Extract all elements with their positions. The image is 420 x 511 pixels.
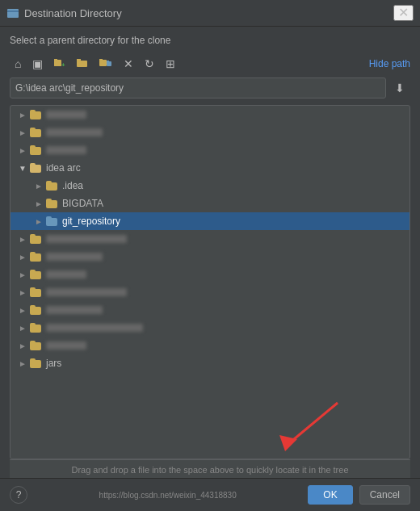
help-button[interactable]: ? [10, 486, 27, 504]
folder-icon [46, 181, 59, 191]
expand-arrow: ► [19, 306, 30, 315]
folder-icon [30, 305, 43, 315]
folder-icon [30, 128, 43, 137]
expand-arrow: ► [19, 235, 30, 244]
download-button[interactable]: ⬇ [389, 77, 410, 98]
folder-icon [30, 341, 43, 350]
expand-arrow: ► [19, 270, 30, 279]
hide-path-link[interactable]: Hide path [369, 58, 410, 69]
expand-arrow: ► [35, 182, 46, 191]
bottom-bar: ? https://blog.csdn.net/weixin_44318830 … [0, 478, 420, 511]
expand-arrow: ► [19, 146, 30, 155]
folder-icon [30, 270, 43, 279]
home-button[interactable]: ⌂ [10, 55, 26, 73]
expand-arrow: ► [19, 253, 30, 262]
svg-rect-0 [7, 9, 19, 18]
bottom-url: https://blog.csdn.net/weixin_44318830 [27, 491, 308, 500]
open-folder-button[interactable] [72, 54, 93, 73]
blurred-label [46, 288, 127, 296]
tree-row-idea[interactable]: ► .idea [10, 177, 410, 195]
svg-marker-4 [54, 59, 57, 61]
svg-rect-3 [54, 61, 61, 66]
tree-row-idea-arc[interactable]: ▼ idea arc [10, 159, 410, 177]
folder-icon [30, 145, 43, 155]
expand-arrow: ► [19, 324, 30, 333]
expand-arrow: ► [35, 199, 46, 208]
tree-row[interactable]: ► [10, 319, 410, 337]
svg-rect-1 [7, 10, 19, 12]
blurred-label [46, 341, 86, 350]
tree-row[interactable]: ► [10, 124, 410, 141]
file-tree[interactable]: ► ► ► ▼ idea arc ► [10, 105, 410, 459]
item-label: BIGDATA [62, 198, 103, 209]
expand-arrow: ► [19, 288, 30, 297]
window-title: Destination Directory [24, 7, 393, 19]
folder-icon [30, 358, 43, 368]
tree-row[interactable]: ► [10, 301, 410, 319]
expand-arrow: ► [19, 359, 30, 368]
tree-row-jars[interactable]: ► jars [10, 354, 410, 372]
blurred-label [46, 111, 86, 119]
title-bar: Destination Directory ✕ [0, 0, 420, 27]
blurred-label [46, 324, 143, 332]
folder2-button[interactable] [94, 54, 117, 73]
action-buttons: OK Cancel [308, 485, 410, 505]
tree-row[interactable]: ► [10, 248, 410, 266]
svg-marker-11 [107, 61, 109, 62]
folder-icon [30, 110, 43, 119]
dialog-body: Select a parent directory for the clone … [0, 27, 420, 478]
folder-icon [30, 252, 43, 262]
blurred-label [46, 146, 86, 154]
tree-row-bigdata[interactable]: ► BIGDATA [10, 195, 410, 212]
tree-row[interactable]: ► [10, 230, 410, 248]
desktop-button[interactable]: ▣ [27, 55, 48, 73]
expand-arrow: ► [19, 111, 30, 119]
drag-drop-hint: Drag and drop a file into the space abov… [10, 459, 410, 478]
expand-arrow: ► [35, 217, 46, 226]
blurred-label [46, 253, 103, 261]
tree-row[interactable]: ► [10, 283, 410, 301]
tree-row[interactable]: ► [10, 141, 410, 159]
expand-arrow: ▼ [19, 164, 30, 173]
delete-button[interactable]: ✕ [119, 55, 138, 73]
svg-text:+: + [61, 61, 65, 68]
tree-row-git-repository[interactable]: ► git_repository [10, 212, 410, 230]
item-label: .idea [62, 180, 83, 191]
folder-icon [30, 234, 43, 244]
path-input[interactable] [10, 77, 386, 98]
close-button[interactable]: ✕ [393, 5, 414, 21]
item-label: idea arc [46, 162, 81, 174]
folder-icon [46, 216, 59, 226]
ok-button[interactable]: OK [308, 485, 352, 505]
svg-marker-7 [77, 59, 81, 61]
svg-rect-8 [99, 60, 107, 66]
item-label: jars [46, 358, 61, 369]
tree-row[interactable]: ► [10, 106, 410, 124]
refresh-button[interactable]: ↻ [140, 55, 159, 73]
blurred-label [46, 128, 103, 136]
folder-icon [46, 199, 59, 208]
grid-button[interactable]: ⊞ [161, 55, 180, 73]
folder-icon [30, 163, 43, 173]
folder-icon [30, 323, 43, 333]
window-icon [6, 6, 19, 19]
expand-arrow: ► [19, 128, 30, 137]
new-folder-button[interactable]: + [49, 54, 70, 73]
svg-marker-9 [99, 59, 103, 61]
blurred-label [46, 235, 127, 243]
hint-area: Drag and drop a file into the space abov… [10, 459, 410, 478]
tree-row[interactable]: ► [10, 337, 410, 354]
expand-arrow: ► [19, 341, 30, 350]
tree-row[interactable]: ► [10, 266, 410, 283]
dialog-subtitle: Select a parent directory for the clone [10, 35, 410, 46]
folder-icon [30, 287, 43, 297]
cancel-button[interactable]: Cancel [359, 485, 410, 505]
svg-rect-6 [77, 61, 87, 67]
blurred-label [46, 306, 103, 314]
item-label: git_repository [62, 216, 120, 227]
blurred-label [46, 270, 86, 279]
path-row: ⬇ [10, 77, 410, 98]
toolbar: ⌂ ▣ + ✕ ↻ ⊞ Hi [10, 54, 410, 73]
